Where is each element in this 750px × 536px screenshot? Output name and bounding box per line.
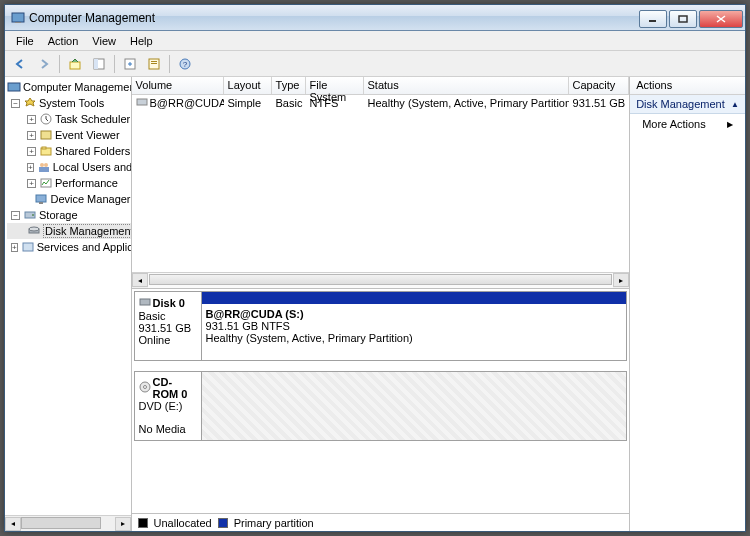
actions-section-disk-management[interactable]: Disk Management ▲ — [630, 95, 745, 114]
svg-rect-15 — [41, 131, 51, 139]
svg-rect-0 — [12, 13, 24, 22]
actions-pane: Actions Disk Management ▲ More Actions ▶ — [630, 77, 745, 531]
menu-file[interactable]: File — [9, 33, 41, 49]
svg-rect-21 — [41, 179, 51, 187]
content-pane: Volume Layout Type File System Status Ca… — [132, 77, 631, 531]
partition-body[interactable]: B@RR@CUDA (S:) 931.51 GB NTFS Healthy (S… — [202, 304, 627, 360]
partition-bar — [202, 292, 627, 304]
minimize-button[interactable] — [639, 10, 667, 28]
back-button[interactable] — [9, 53, 31, 75]
svg-rect-29 — [137, 99, 147, 105]
volume-icon — [136, 96, 148, 110]
disk-0-box[interactable]: Disk 0 Basic 931.51 GB Online B@RR@CUDA … — [134, 291, 628, 361]
legend-unallocated-swatch — [138, 518, 148, 528]
actions-more-actions[interactable]: More Actions ▶ — [630, 114, 745, 134]
svg-rect-4 — [70, 62, 80, 69]
svg-point-19 — [44, 163, 48, 167]
tree-storage[interactable]: −Storage — [7, 207, 131, 223]
svg-rect-9 — [151, 61, 157, 62]
tree-local-users[interactable]: +Local Users and Groups — [7, 159, 131, 175]
tree-device-manager[interactable]: Device Manager — [7, 191, 131, 207]
svg-rect-10 — [151, 63, 157, 64]
tree-task-scheduler[interactable]: +Task Scheduler — [7, 111, 131, 127]
col-capacity[interactable]: Capacity — [569, 77, 630, 94]
svg-rect-30 — [140, 299, 150, 305]
computer-management-window: Computer Management File Action View Hel… — [4, 4, 746, 532]
tree-disk-management[interactable]: Disk Management — [7, 223, 131, 239]
tree-root[interactable]: Computer Management (Local) — [7, 79, 131, 95]
collapse-icon: ▲ — [731, 100, 739, 109]
svg-rect-13 — [8, 83, 20, 91]
svg-rect-17 — [42, 147, 46, 149]
svg-rect-28 — [23, 243, 33, 251]
volume-scrollbar[interactable]: ◂▸ — [132, 272, 630, 288]
tree-performance[interactable]: +Performance — [7, 175, 131, 191]
maximize-button[interactable] — [669, 10, 697, 28]
col-volume[interactable]: Volume — [132, 77, 224, 94]
svg-rect-20 — [39, 167, 49, 172]
col-filesystem[interactable]: File System — [306, 77, 364, 94]
window-title: Computer Management — [29, 11, 155, 25]
svg-rect-1 — [15, 22, 21, 23]
volume-header: Volume Layout Type File System Status Ca… — [132, 77, 630, 95]
menu-help[interactable]: Help — [123, 33, 160, 49]
refresh-button[interactable] — [119, 53, 141, 75]
svg-rect-6 — [94, 59, 98, 69]
disk-icon — [139, 296, 151, 310]
svg-point-25 — [32, 214, 34, 216]
menubar: File Action View Help — [5, 31, 745, 51]
col-layout[interactable]: Layout — [224, 77, 272, 94]
show-hide-button[interactable] — [88, 53, 110, 75]
tree-services-applications[interactable]: +Services and Applications — [7, 239, 131, 255]
volume-list: Volume Layout Type File System Status Ca… — [132, 77, 630, 289]
close-button[interactable] — [699, 10, 743, 28]
tree-scrollbar[interactable]: ◂▸ — [5, 515, 131, 531]
col-status[interactable]: Status — [364, 77, 569, 94]
svg-rect-2 — [649, 20, 656, 22]
menu-view[interactable]: View — [85, 33, 123, 49]
cdrom-icon — [139, 381, 151, 395]
actions-header: Actions — [630, 77, 745, 95]
properties-button[interactable] — [143, 53, 165, 75]
tree-pane: Computer Management (Local) −System Tool… — [5, 77, 132, 531]
svg-text:?: ? — [183, 60, 188, 69]
svg-rect-3 — [679, 16, 687, 22]
cdrom-0-box[interactable]: CD-ROM 0 DVD (E:) No Media — [134, 371, 628, 441]
svg-rect-23 — [39, 202, 43, 204]
volume-row[interactable]: B@RR@CUDA (S:) Simple Basic NTFS Healthy… — [132, 95, 630, 111]
svg-point-32 — [143, 386, 146, 389]
help-button[interactable]: ? — [174, 53, 196, 75]
svg-point-27 — [29, 227, 39, 231]
titlebar[interactable]: Computer Management — [5, 5, 745, 31]
svg-point-18 — [40, 163, 44, 167]
tree-shared-folders[interactable]: +Shared Folders — [7, 143, 131, 159]
legend-primary-swatch — [218, 518, 228, 528]
no-media-area — [202, 372, 627, 440]
forward-button[interactable] — [33, 53, 55, 75]
app-icon — [11, 11, 25, 25]
up-button[interactable] — [64, 53, 86, 75]
disk-0-info: Disk 0 Basic 931.51 GB Online — [135, 292, 202, 360]
col-type[interactable]: Type — [272, 77, 306, 94]
svg-rect-22 — [36, 195, 46, 202]
legend: Unallocated Primary partition — [132, 513, 630, 531]
more-arrow-icon: ▶ — [727, 120, 733, 129]
menu-action[interactable]: Action — [41, 33, 86, 49]
toolbar: ? — [5, 51, 745, 77]
tree-event-viewer[interactable]: +Event Viewer — [7, 127, 131, 143]
tree-system-tools[interactable]: −System Tools — [7, 95, 131, 111]
cdrom-0-info: CD-ROM 0 DVD (E:) No Media — [135, 372, 202, 440]
disk-graphic-view: Disk 0 Basic 931.51 GB Online B@RR@CUDA … — [132, 289, 630, 513]
